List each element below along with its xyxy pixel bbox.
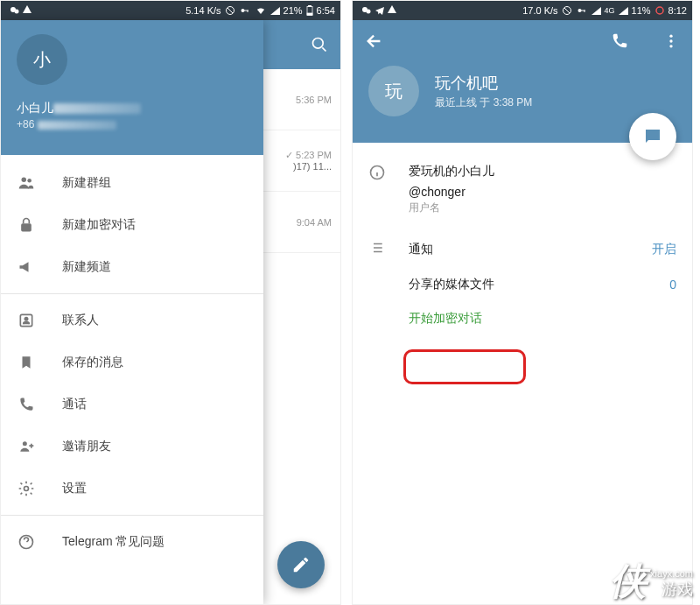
bookmark-icon <box>17 353 36 372</box>
encrypt-label: 开始加密对话 <box>409 311 482 325</box>
key-icon <box>239 5 251 16</box>
wifi-icon <box>255 5 267 16</box>
watermark: 侠 xiayx.com 游戏 <box>610 563 693 600</box>
menu-label: 保存的消息 <box>62 355 123 370</box>
menu-settings[interactable]: 设置 <box>1 468 263 510</box>
svg-point-10 <box>22 178 27 183</box>
help-icon <box>17 532 36 552</box>
menu-label: 联系人 <box>62 313 99 328</box>
battery-icon <box>306 5 313 16</box>
chat-time: 9:04 AM <box>270 217 332 228</box>
chat-list-bg: 5:36 PM ✓ 5:23 PM )17) 11... 9:04 AM <box>262 20 340 604</box>
time-text: 8:12 <box>668 5 687 16</box>
start-secret-chat[interactable]: 开始加密对话 <box>409 301 676 335</box>
more-icon[interactable] <box>662 32 680 51</box>
svg-point-14 <box>24 318 27 320</box>
profile-avatar[interactable]: 玩 <box>368 66 419 116</box>
telegram-icon <box>374 5 385 16</box>
contacts-icon <box>17 311 36 330</box>
menu-list: 新建群组 新建加密对话 新建频道 联系人 保存的消息 <box>1 155 263 570</box>
invite-icon <box>17 437 36 456</box>
notify-value: 开启 <box>652 242 676 257</box>
menu-label: 新建群组 <box>62 175 111 191</box>
svg-point-3 <box>241 9 244 12</box>
signal-icon <box>270 7 280 15</box>
battery-ring-icon <box>654 5 665 16</box>
svg-point-1 <box>15 10 19 14</box>
lock-icon <box>17 215 36 235</box>
menu-calls[interactable]: 通话 <box>1 383 263 426</box>
menu-label: 新建频道 <box>62 259 111 275</box>
status-bar: 5.14 K/s 21% 6:54 <box>1 1 340 20</box>
back-icon[interactable] <box>365 32 384 51</box>
user-phone: +86 <box>17 118 248 130</box>
menu-invite[interactable]: 邀请朋友 <box>1 426 263 468</box>
menu-label: 设置 <box>62 481 87 496</box>
phone-icon <box>17 395 36 414</box>
topbar <box>353 20 692 62</box>
username-text[interactable]: @chonger <box>409 185 676 199</box>
setting-label: 通知 <box>409 242 631 257</box>
chat-snippet: )17) 11... <box>270 161 332 172</box>
svg-point-11 <box>27 179 32 183</box>
menu-label: 新建加密对话 <box>62 217 136 233</box>
svg-rect-8 <box>307 13 312 15</box>
svg-point-9 <box>313 39 324 49</box>
signal-icon <box>592 7 601 15</box>
menu-label: 邀请朋友 <box>62 439 111 454</box>
warning-icon <box>388 5 396 13</box>
menu-new-secret[interactable]: 新建加密对话 <box>1 204 263 246</box>
menu-contacts[interactable]: 联系人 <box>1 299 263 341</box>
user-name: 小白儿 <box>17 101 248 116</box>
divider <box>1 293 263 294</box>
menu-faq[interactable]: Telegram 常见问题 <box>1 521 263 563</box>
username-label: 用户名 <box>409 200 676 215</box>
highlight-start-secret <box>403 349 526 384</box>
list-icon <box>368 240 388 259</box>
svg-point-26 <box>669 39 672 42</box>
key-icon <box>576 5 588 16</box>
menu-label: Telegram 常见问题 <box>62 534 164 550</box>
svg-rect-7 <box>308 5 311 7</box>
wechat-icon <box>361 5 372 16</box>
menu-new-channel[interactable]: 新建频道 <box>1 246 263 288</box>
nav-drawer: 小 小白儿 +86 新建群组 新建加密对话 新建频道 <box>1 20 263 604</box>
menu-saved[interactable]: 保存的消息 <box>1 341 263 383</box>
menu-label: 通话 <box>62 397 87 412</box>
watermark-url: xiayx.com <box>650 568 693 579</box>
watermark-cn: 游戏 <box>650 579 693 600</box>
watermark-logo: 侠 <box>610 563 647 600</box>
pencil-icon <box>291 555 311 574</box>
megaphone-icon <box>17 257 36 277</box>
call-icon[interactable] <box>610 32 629 51</box>
compose-fab[interactable] <box>277 541 325 588</box>
divider <box>1 515 263 516</box>
notifications-row[interactable]: 通知 开启 <box>368 231 676 268</box>
chat-time: 5:36 PM <box>270 95 332 105</box>
group-icon <box>17 173 36 193</box>
svg-rect-5 <box>247 11 248 13</box>
menu-new-group[interactable]: 新建群组 <box>1 162 263 204</box>
avatar[interactable]: 小 <box>17 34 67 85</box>
message-fab[interactable] <box>629 113 676 160</box>
svg-rect-12 <box>21 223 32 231</box>
drawer-header: 小 小白儿 +86 <box>1 20 263 155</box>
svg-point-16 <box>24 487 29 491</box>
svg-point-15 <box>23 441 27 446</box>
chat-row[interactable]: 9:04 AM <box>262 192 340 253</box>
bio-text: 爱玩机的小白儿 <box>409 164 676 179</box>
time-text: 6:54 <box>317 5 335 16</box>
chat-header <box>262 20 340 69</box>
chat-icon <box>642 126 663 147</box>
warning-icon <box>23 5 32 13</box>
chat-row[interactable]: ✓ 5:23 PM )17) 11... <box>262 130 340 192</box>
chat-row[interactable]: 5:36 PM <box>262 69 340 130</box>
wechat-icon <box>10 5 20 16</box>
search-icon[interactable] <box>311 36 328 53</box>
nosim-icon <box>562 5 572 16</box>
info-icon <box>368 164 388 183</box>
phone-left: 5.14 K/s 21% 6:54 5:36 PM ✓ 5:23 PM )17)… <box>0 0 341 605</box>
svg-point-25 <box>669 35 672 38</box>
shared-media-row[interactable]: 分享的媒体文件 0 <box>409 268 676 301</box>
battery-text: 21% <box>284 5 303 16</box>
